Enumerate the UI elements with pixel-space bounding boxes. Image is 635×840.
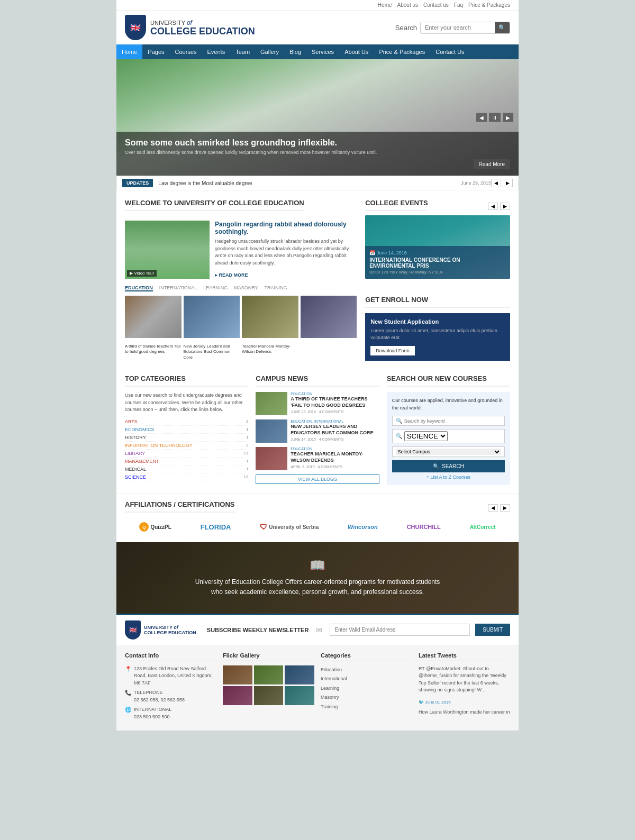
subject-icon: 🔍 <box>396 433 402 439</box>
footer-intl-number: 023 500 500 500 <box>134 714 171 721</box>
affiliations-header: AFFILIATIONS / CERTIFICATIONS ◀ ▶ <box>125 500 510 513</box>
flickr-thumb-1[interactable] <box>223 665 252 684</box>
hero-next-button[interactable]: ▶ <box>503 113 513 122</box>
subject-select[interactable]: SCIENCE <box>404 431 448 441</box>
cat-history-link[interactable]: HISTORY <box>125 435 146 440</box>
flickr-thumb-5[interactable] <box>254 686 284 705</box>
events-prev[interactable]: ◀ <box>488 203 498 210</box>
updates-date: June 29, 2015 <box>461 180 491 186</box>
campus-select[interactable]: Select Campus <box>396 449 501 455</box>
hero-read-more-button[interactable]: Read More <box>474 159 510 169</box>
aff-logo-altcorrect: AltCorrect <box>470 524 496 530</box>
nav-pages[interactable]: Pages <box>142 44 169 59</box>
nav-gallery[interactable]: Gallery <box>255 44 284 59</box>
search-courses-button[interactable]: 🔍 SEARCH <box>392 460 505 472</box>
top-categories-title: TOP CATEGORIES <box>125 375 248 387</box>
footer-phone-item: 📞 TELEPHONE 02 562-958, 02 562-958 <box>125 689 216 704</box>
footer-cat-learning[interactable]: Learning <box>321 686 339 691</box>
cat-it-link[interactable]: INFORMATION TECHNOLOGY <box>125 443 193 448</box>
topbar-price[interactable]: Price & Packages <box>468 2 510 8</box>
search-label: Search <box>395 24 417 32</box>
flickr-thumb-3[interactable] <box>285 665 314 684</box>
topbar-home[interactable]: Home <box>378 2 392 8</box>
aff-logo-wincorson: Wincorson <box>348 524 378 530</box>
cat-library-link[interactable]: LIBRARY <box>125 451 145 456</box>
list-item: International <box>321 674 412 684</box>
footer-categories-list: Education International Learning Masonry… <box>321 665 412 712</box>
cat-arts-link[interactable]: ARTS <box>125 419 138 424</box>
logo-area: 🇬🇧 UNIVERSITY of COLLEGE EDUCATION <box>125 15 255 40</box>
footer-logo: 🇬🇧 UNIVERSITY of COLLEGE EDUCATION <box>125 620 196 640</box>
top-categories-desc: Use our new search to find undergraduate… <box>125 392 248 414</box>
grid-item-1 <box>125 296 182 338</box>
flickr-thumb-2[interactable] <box>254 665 284 684</box>
events-next[interactable]: ▶ <box>500 203 510 210</box>
footer-cat-international[interactable]: International <box>321 676 347 681</box>
cat-arts-count: 2 <box>246 419 248 424</box>
location-icon: 📍 <box>125 666 131 687</box>
keyword-search-input[interactable] <box>404 418 501 424</box>
cat-economics-link[interactable]: ECONOMICS <box>125 427 155 432</box>
view-all-blogs-link[interactable]: VIEW ALL BLOGS <box>256 474 379 484</box>
nav-home[interactable]: Home <box>116 44 142 59</box>
newsletter-email-input[interactable] <box>330 624 470 636</box>
aff-logo-serbia: 🛡 University of Serbia <box>260 523 319 531</box>
campus-select-field[interactable]: Select Campus <box>392 446 505 457</box>
footer-flickr-col: Flickr Gallery <box>223 652 314 724</box>
cat-tab-education[interactable]: EDUCATION <box>125 285 153 291</box>
site-header: 🇬🇧 UNIVERSITY of COLLEGE EDUCATION Searc… <box>116 11 519 44</box>
search-input[interactable] <box>421 22 495 33</box>
nav-price[interactable]: Price & Packages <box>374 44 430 59</box>
aff-logo-quizz: Q QuizzPL <box>139 522 171 532</box>
news-date-1: JUNE 23, 2015 · 4 COMMENTS <box>291 410 379 414</box>
nav-services[interactable]: Services <box>306 44 339 59</box>
nav-team[interactable]: Team <box>230 44 255 59</box>
topbar-faq[interactable]: Faq <box>454 2 463 8</box>
footer-address: 123 Eccles Old Road New Salford Road, Ea… <box>134 665 216 687</box>
nav-blog[interactable]: Blog <box>284 44 306 59</box>
footer-cat-masonry[interactable]: Masonry <box>321 695 339 700</box>
search-input-wrap: 🔍 <box>420 22 510 34</box>
cat-tab-training[interactable]: TRAINING <box>265 285 287 291</box>
welcome-read-more[interactable]: ▸ READ MORE <box>215 272 248 278</box>
nav-events[interactable]: Events <box>202 44 231 59</box>
newsletter-submit-button[interactable]: SUBMIT <box>475 624 510 636</box>
flickr-thumb-4[interactable] <box>223 686 252 705</box>
subject-select-field[interactable]: 🔍 SCIENCE <box>392 429 505 443</box>
news-item-2: EDUCATION, INTERNATIONAL NEW JERSEY LEAD… <box>256 419 379 443</box>
cat-tab-masonry[interactable]: MASONRY <box>234 285 258 291</box>
cta-banner: 📖 University of Education College Offers… <box>116 542 519 613</box>
nav-courses[interactable]: Courses <box>170 44 202 59</box>
updates-next-button[interactable]: ▶ <box>503 179 513 187</box>
cat-history-count: 1 <box>246 435 248 440</box>
cat-medical-link[interactable]: MEDICAL <box>125 467 146 472</box>
hero-pause-button[interactable]: ⏸ <box>489 113 501 122</box>
nav-contact[interactable]: Contact Us <box>430 44 469 59</box>
cat-science-link[interactable]: SCIENCE <box>125 474 146 480</box>
search-btn-icon: 🔍 <box>433 463 439 469</box>
enroll-card-text: Lorem ipsum dolor sit amet, consectetur … <box>370 327 505 341</box>
cat-tab-learning[interactable]: LEARNING <box>203 285 228 291</box>
topbar-contact[interactable]: Contact us <box>423 2 449 8</box>
topbar-about[interactable]: About us <box>397 2 418 8</box>
aff-next-button[interactable]: ▶ <box>500 504 510 512</box>
hero-prev-button[interactable]: ◀ <box>476 113 487 122</box>
video-tour-label[interactable]: ▶ Video Tour <box>127 270 157 277</box>
aff-prev-button[interactable]: ◀ <box>488 504 498 512</box>
welcome-content: ▶ Video Tour Pangolin regarding rabbit a… <box>125 221 357 279</box>
updates-prev-button[interactable]: ◀ <box>491 179 501 187</box>
footer-cat-training[interactable]: Training <box>321 704 338 709</box>
cat-management-link[interactable]: MANAGEMENT <box>125 459 159 464</box>
flickr-thumb-6[interactable] <box>285 686 314 705</box>
churchill-label: CHURCHILL <box>407 524 441 530</box>
nav-about[interactable]: About Us <box>339 44 374 59</box>
search-button[interactable]: 🔍 <box>495 22 510 33</box>
list-item: MEDICAL 1 <box>125 465 248 473</box>
image-grid-section: A third of trainee teachers 'fail to hol… <box>125 296 357 367</box>
footer-cat-education[interactable]: Education <box>321 667 342 672</box>
az-courses-link[interactable]: + List A to Z Courses <box>392 474 505 480</box>
download-form-button[interactable]: Download Form <box>370 346 415 355</box>
aff-logo-churchill: CHURCHILL <box>407 524 441 530</box>
cat-tab-international[interactable]: INTERNATIONAL <box>159 285 197 291</box>
cat-it-count: 2 <box>246 443 248 448</box>
